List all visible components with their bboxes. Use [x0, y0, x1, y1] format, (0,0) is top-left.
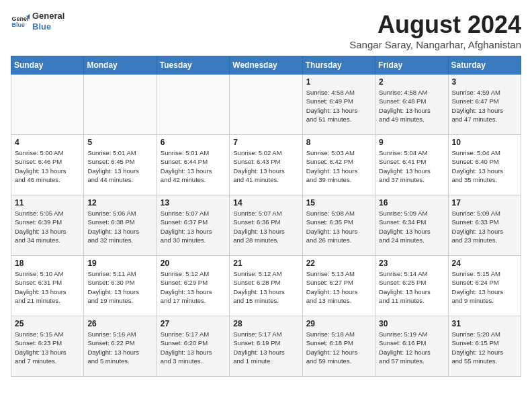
day-number: 8: [306, 138, 371, 147]
day-info: Sunrise: 5:07 AM Sunset: 6:36 PM Dayligh…: [233, 209, 298, 244]
day-info: Sunrise: 5:05 AM Sunset: 6:39 PM Dayligh…: [15, 209, 80, 244]
calendar-cell: 31Sunrise: 5:20 AM Sunset: 6:15 PM Dayli…: [448, 316, 521, 377]
day-number: 14: [233, 198, 298, 208]
day-info: Sunrise: 4:58 AM Sunset: 6:49 PM Dayligh…: [306, 88, 371, 124]
weekday-header-saturday: Saturday: [448, 56, 521, 75]
calendar-cell: 24Sunrise: 5:15 AM Sunset: 6:24 PM Dayli…: [448, 256, 521, 316]
day-info: Sunrise: 5:04 AM Sunset: 6:41 PM Dayligh…: [379, 148, 444, 184]
calendar-cell: 16Sunrise: 5:09 AM Sunset: 6:34 PM Dayli…: [375, 195, 448, 256]
calendar-cell: 6Sunrise: 5:01 AM Sunset: 6:44 PM Daylig…: [157, 135, 229, 195]
month-year-title: August 2024: [349, 11, 521, 39]
day-info: Sunrise: 4:59 AM Sunset: 6:47 PM Dayligh…: [452, 88, 517, 124]
calendar-cell: 1Sunrise: 4:58 AM Sunset: 6:49 PM Daylig…: [302, 75, 375, 135]
day-number: 27: [161, 319, 226, 328]
day-info: Sunrise: 5:07 AM Sunset: 6:37 PM Dayligh…: [161, 209, 226, 244]
week-row-4: 18Sunrise: 5:10 AM Sunset: 6:31 PM Dayli…: [11, 256, 521, 316]
calendar-cell: 20Sunrise: 5:12 AM Sunset: 6:29 PM Dayli…: [157, 256, 229, 316]
day-number: 22: [306, 259, 371, 268]
weekday-header-monday: Monday: [84, 56, 157, 75]
logo: General Blue General Blue: [11, 11, 64, 32]
day-number: 21: [233, 259, 298, 268]
day-number: 29: [306, 319, 371, 328]
day-number: 11: [15, 198, 80, 208]
day-number: 25: [15, 319, 80, 328]
day-info: Sunrise: 5:17 AM Sunset: 6:19 PM Dayligh…: [233, 330, 298, 365]
weekday-header-wednesday: Wednesday: [230, 56, 302, 75]
day-info: Sunrise: 5:15 AM Sunset: 6:24 PM Dayligh…: [452, 269, 517, 305]
day-info: Sunrise: 5:00 AM Sunset: 6:46 PM Dayligh…: [15, 148, 80, 184]
day-info: Sunrise: 5:18 AM Sunset: 6:18 PM Dayligh…: [306, 330, 371, 365]
day-info: Sunrise: 5:08 AM Sunset: 6:35 PM Dayligh…: [306, 209, 371, 244]
calendar-cell: [84, 75, 157, 135]
calendar-cell: 7Sunrise: 5:02 AM Sunset: 6:43 PM Daylig…: [230, 135, 302, 195]
calendar-cell: 5Sunrise: 5:01 AM Sunset: 6:45 PM Daylig…: [84, 135, 157, 195]
day-number: 1: [306, 77, 371, 87]
calendar-cell: 23Sunrise: 5:14 AM Sunset: 6:25 PM Dayli…: [375, 256, 448, 316]
calendar-cell: 12Sunrise: 5:06 AM Sunset: 6:38 PM Dayli…: [84, 195, 157, 256]
day-info: Sunrise: 5:01 AM Sunset: 6:44 PM Dayligh…: [161, 148, 226, 184]
weekday-header-row: SundayMondayTuesdayWednesdayThursdayFrid…: [11, 56, 521, 75]
location-subtitle: Sangar Saray, Nangarhar, Afghanistan: [349, 39, 521, 50]
week-row-2: 4Sunrise: 5:00 AM Sunset: 6:46 PM Daylig…: [11, 135, 521, 195]
day-number: 17: [452, 198, 517, 208]
calendar-cell: 19Sunrise: 5:11 AM Sunset: 6:30 PM Dayli…: [84, 256, 157, 316]
calendar-cell: 13Sunrise: 5:07 AM Sunset: 6:37 PM Dayli…: [157, 195, 229, 256]
calendar-cell: 18Sunrise: 5:10 AM Sunset: 6:31 PM Dayli…: [11, 256, 84, 316]
calendar-cell: [230, 75, 302, 135]
day-info: Sunrise: 5:04 AM Sunset: 6:40 PM Dayligh…: [452, 148, 517, 184]
calendar-cell: 29Sunrise: 5:18 AM Sunset: 6:18 PM Dayli…: [302, 316, 375, 377]
calendar-cell: 15Sunrise: 5:08 AM Sunset: 6:35 PM Dayli…: [302, 195, 375, 256]
day-info: Sunrise: 5:06 AM Sunset: 6:38 PM Dayligh…: [87, 209, 152, 244]
title-block: August 2024 Sangar Saray, Nangarhar, Afg…: [349, 11, 521, 50]
weekday-header-sunday: Sunday: [11, 56, 84, 75]
calendar-cell: 4Sunrise: 5:00 AM Sunset: 6:46 PM Daylig…: [11, 135, 84, 195]
day-info: Sunrise: 5:12 AM Sunset: 6:28 PM Dayligh…: [233, 269, 298, 305]
calendar-cell: 22Sunrise: 5:13 AM Sunset: 6:27 PM Dayli…: [302, 256, 375, 316]
calendar-cell: 25Sunrise: 5:15 AM Sunset: 6:23 PM Dayli…: [11, 316, 84, 377]
day-number: 7: [233, 138, 298, 147]
weekday-header-thursday: Thursday: [302, 56, 375, 75]
day-info: Sunrise: 5:14 AM Sunset: 6:25 PM Dayligh…: [379, 269, 444, 305]
day-number: 9: [379, 138, 444, 147]
day-number: 4: [15, 138, 80, 147]
day-number: 5: [87, 138, 152, 147]
day-info: Sunrise: 5:19 AM Sunset: 6:16 PM Dayligh…: [379, 330, 444, 365]
calendar-cell: 28Sunrise: 5:17 AM Sunset: 6:19 PM Dayli…: [230, 316, 302, 377]
day-number: 10: [452, 138, 517, 147]
day-number: 20: [161, 259, 226, 268]
calendar-table: SundayMondayTuesdayWednesdayThursdayFrid…: [11, 56, 521, 377]
calendar-cell: [11, 75, 84, 135]
day-number: 15: [306, 198, 371, 208]
day-number: 28: [233, 319, 298, 328]
day-number: 2: [379, 77, 444, 87]
logo-general: General: [32, 11, 64, 21]
calendar-cell: 2Sunrise: 4:58 AM Sunset: 6:48 PM Daylig…: [375, 75, 448, 135]
calendar-cell: 30Sunrise: 5:19 AM Sunset: 6:16 PM Dayli…: [375, 316, 448, 377]
day-info: Sunrise: 5:16 AM Sunset: 6:22 PM Dayligh…: [87, 330, 152, 365]
week-row-1: 1Sunrise: 4:58 AM Sunset: 6:49 PM Daylig…: [11, 75, 521, 135]
weekday-header-tuesday: Tuesday: [157, 56, 229, 75]
calendar-cell: 10Sunrise: 5:04 AM Sunset: 6:40 PM Dayli…: [448, 135, 521, 195]
day-info: Sunrise: 5:13 AM Sunset: 6:27 PM Dayligh…: [306, 269, 371, 305]
day-number: 12: [87, 198, 152, 208]
calendar-cell: 9Sunrise: 5:04 AM Sunset: 6:41 PM Daylig…: [375, 135, 448, 195]
week-row-5: 25Sunrise: 5:15 AM Sunset: 6:23 PM Dayli…: [11, 316, 521, 377]
day-number: 19: [87, 259, 152, 268]
calendar-cell: 27Sunrise: 5:17 AM Sunset: 6:20 PM Dayli…: [157, 316, 229, 377]
logo-blue: Blue: [32, 21, 64, 32]
day-info: Sunrise: 5:09 AM Sunset: 6:33 PM Dayligh…: [452, 209, 517, 244]
day-info: Sunrise: 5:03 AM Sunset: 6:42 PM Dayligh…: [306, 148, 371, 184]
day-number: 24: [452, 259, 517, 268]
day-number: 30: [379, 319, 444, 328]
page-header: General Blue General Blue August 2024 Sa…: [11, 11, 521, 50]
calendar-cell: 26Sunrise: 5:16 AM Sunset: 6:22 PM Dayli…: [84, 316, 157, 377]
calendar-cell: 3Sunrise: 4:59 AM Sunset: 6:47 PM Daylig…: [448, 75, 521, 135]
calendar-cell: 8Sunrise: 5:03 AM Sunset: 6:42 PM Daylig…: [302, 135, 375, 195]
day-number: 31: [452, 319, 517, 328]
day-number: 16: [379, 198, 444, 208]
week-row-3: 11Sunrise: 5:05 AM Sunset: 6:39 PM Dayli…: [11, 195, 521, 256]
day-number: 13: [161, 198, 226, 208]
calendar-cell: 21Sunrise: 5:12 AM Sunset: 6:28 PM Dayli…: [230, 256, 302, 316]
day-info: Sunrise: 5:02 AM Sunset: 6:43 PM Dayligh…: [233, 148, 298, 184]
calendar-cell: 17Sunrise: 5:09 AM Sunset: 6:33 PM Dayli…: [448, 195, 521, 256]
